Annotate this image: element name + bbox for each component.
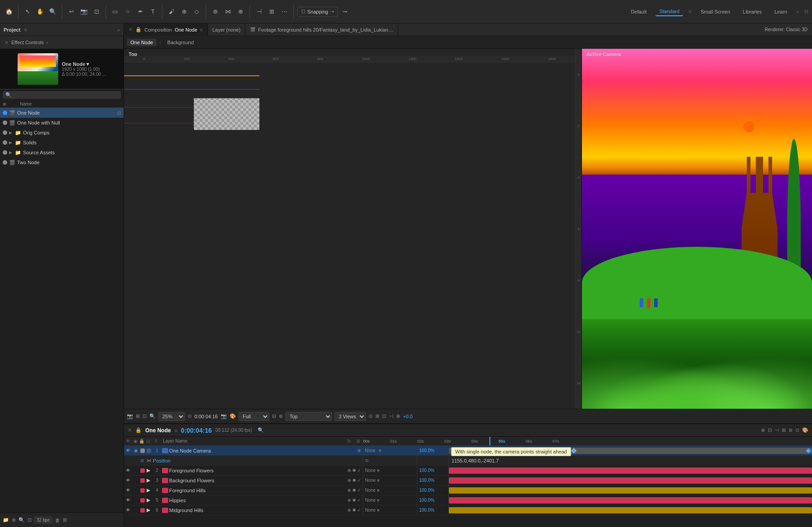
project-search[interactable]: 🔍 bbox=[3, 91, 121, 99]
project-menu-icon[interactable]: ≡ bbox=[24, 27, 27, 32]
layer-1-eye[interactable]: 👁 bbox=[126, 448, 133, 453]
dist-icon[interactable]: ⊞ bbox=[266, 6, 277, 17]
dependency-icon[interactable]: ⊞ bbox=[63, 517, 67, 523]
snapping-checkbox[interactable]: ☐ bbox=[301, 9, 305, 14]
layer-row-5[interactable]: 👁 ▶ 5 Hippies ⊕ ✱ ✓ None▼ 100.0% bbox=[124, 495, 812, 505]
pin-icon[interactable]: ⊕ bbox=[235, 6, 246, 17]
layer-row-2[interactable]: 👁 ▶ 2 Foreground Flowers ⊕ ✱ ✓ None ▼ bbox=[124, 466, 812, 476]
sub-tab-background[interactable]: Background bbox=[164, 39, 198, 46]
tl-tool7[interactable]: 🎨 bbox=[802, 427, 808, 433]
vbb-layout-icon[interactable]: ⊞ bbox=[375, 413, 379, 419]
camera-icon[interactable]: 📷 bbox=[78, 6, 89, 17]
snap-magnet-icon[interactable]: ⊸ bbox=[340, 6, 351, 17]
text-icon[interactable]: T bbox=[148, 6, 158, 17]
timeline-menu-icon[interactable]: ≡ bbox=[175, 428, 177, 433]
pen-icon[interactable]: ✒ bbox=[135, 6, 146, 17]
select-icon[interactable]: ↖ bbox=[22, 6, 33, 17]
new-comp-icon[interactable]: ⊕ bbox=[12, 517, 16, 523]
comp-tab-menu[interactable]: ≡ bbox=[200, 27, 203, 32]
item-icon[interactable]: ⊡ bbox=[28, 517, 32, 523]
spread-icon[interactable]: ⋯ bbox=[279, 6, 290, 17]
layer-4-icons[interactable]: ⊕ ✱ ✓ bbox=[347, 488, 361, 493]
view-layout-select[interactable]: Top Active Camera Front bbox=[286, 412, 332, 421]
effect-controls-tab[interactable]: ✕ Effect Controls › bbox=[0, 36, 124, 49]
project-item-one-node-null[interactable]: 🎬 One Node with Null bbox=[0, 118, 124, 128]
puppet2-icon[interactable]: ⋈ bbox=[222, 6, 233, 17]
timeline-close-icon[interactable]: ✕ bbox=[128, 427, 132, 433]
layer-6-dd[interactable]: ▼ bbox=[376, 508, 381, 513]
vbb-camera-icon[interactable]: 📷 bbox=[221, 413, 227, 419]
workspace-menu-icon[interactable]: ≡ bbox=[688, 9, 692, 15]
clone-icon[interactable]: ⊕ bbox=[179, 6, 189, 17]
puppet-icon[interactable]: ⊛ bbox=[210, 6, 221, 17]
brush-icon[interactable]: 🖌 bbox=[166, 6, 177, 17]
layer-4-eye[interactable]: 👁 bbox=[126, 488, 133, 493]
layer-tab[interactable]: Layer (none) bbox=[208, 23, 245, 36]
layer-1-parent-dropdown[interactable]: ▼ bbox=[378, 448, 383, 453]
views-select[interactable]: 2 Views 1 View 4 Views bbox=[335, 412, 366, 421]
vbb-snapshot-icon[interactable]: 📷 bbox=[127, 413, 133, 419]
tl-tool3[interactable]: ⊣ bbox=[775, 427, 779, 433]
workspace-default[interactable]: Default bbox=[627, 8, 651, 16]
home-icon[interactable]: 🏠 bbox=[4, 6, 14, 17]
layer-1-fx-icon[interactable]: ⊕ bbox=[357, 448, 361, 453]
project-item-one-node[interactable]: 🎬 One Node ⊡ bbox=[0, 108, 124, 118]
vbb-mask-icon[interactable]: ⊡ bbox=[143, 413, 147, 419]
undo-icon[interactable]: ↩ bbox=[66, 6, 77, 17]
layer-row-1[interactable]: 👁 ◉ 1 One Node Camera ⊕ bbox=[124, 446, 812, 456]
layer-2-icons[interactable]: ⊕ ✱ ✓ bbox=[347, 468, 361, 473]
vbb-timecode-icon[interactable]: ⊙ bbox=[188, 413, 192, 419]
layer-4-expand[interactable]: ▶ bbox=[147, 487, 152, 493]
comp-tab-close[interactable]: ✕ bbox=[129, 27, 133, 32]
layer-1-lock[interactable] bbox=[147, 448, 152, 453]
layer-row-6[interactable]: 👁 ▶ 6 Midground Hills ⊕ ✱ ✓ None▼ 100.0% bbox=[124, 505, 812, 515]
new-folder-icon[interactable]: 📁 bbox=[3, 517, 9, 523]
comp-tab-one-node[interactable]: ✕ 🔒 Composition One Node ≡ bbox=[124, 23, 208, 36]
layer-2-parent-dd[interactable]: ▼ bbox=[376, 468, 381, 473]
workspace-libraries[interactable]: Libraries bbox=[739, 8, 766, 16]
vbb-align-icon[interactable]: ⊣ bbox=[389, 413, 393, 419]
effect-tab-close[interactable]: ✕ bbox=[5, 40, 9, 46]
prop-stopwatch-icon[interactable]: ⊙ bbox=[140, 458, 144, 463]
vbb-alpha-icon[interactable]: ⊛ bbox=[279, 413, 283, 419]
sub-tab-one-node[interactable]: One Node bbox=[127, 39, 157, 46]
more-workspaces-icon[interactable]: » bbox=[796, 9, 799, 14]
resolution-select[interactable]: Full Half Quarter bbox=[239, 412, 269, 421]
layer-3-expand[interactable]: ▶ bbox=[147, 477, 152, 483]
hand-icon[interactable]: ✋ bbox=[35, 6, 46, 17]
rectangle-icon[interactable]: ▭ bbox=[110, 6, 120, 17]
eraser-icon[interactable]: ◇ bbox=[191, 6, 202, 17]
layer-3-dd[interactable]: ▼ bbox=[376, 478, 381, 483]
layer-2-expand[interactable]: ▶ bbox=[147, 467, 152, 473]
vbb-expand-icon[interactable]: ⊡ bbox=[382, 413, 386, 419]
timeline-timecode[interactable]: 0:00:04:16 bbox=[181, 427, 212, 434]
vbb-grid-icon[interactable]: ⊞ bbox=[136, 413, 140, 419]
tl-tool5[interactable]: ⊛ bbox=[789, 427, 793, 433]
layer-6-eye[interactable]: 👁 bbox=[126, 508, 133, 513]
layer-4-dd[interactable]: ▼ bbox=[376, 488, 381, 493]
timeline-search-icon[interactable]: 🔍 bbox=[258, 427, 264, 433]
footage-tab[interactable]: 🎬 Footage foreground hills 20/Fantasy_la… bbox=[245, 23, 398, 36]
snapping-control[interactable]: ☐ Snapping ⇢ bbox=[297, 7, 338, 17]
vbb-color-icon[interactable]: 🎨 bbox=[230, 413, 236, 419]
project-item-two-node[interactable]: 🎬 Two Node bbox=[0, 157, 124, 167]
project-panel-expand[interactable]: » bbox=[117, 27, 120, 32]
search-input[interactable] bbox=[14, 92, 118, 98]
vbb-cam-icon2[interactable]: ⊕ bbox=[396, 413, 400, 419]
layer-5-expand[interactable]: ▶ bbox=[147, 497, 152, 503]
layer-row-3[interactable]: 👁 ▶ 3 Background Flowers ⊕ ✱ ✓ None▼ 100… bbox=[124, 476, 812, 485]
workspace-standard[interactable]: Standard bbox=[655, 7, 683, 16]
workspace-learn[interactable]: Learn bbox=[771, 8, 791, 16]
layer-6-expand[interactable]: ▶ bbox=[147, 507, 152, 513]
tl-tool4[interactable]: ⊞ bbox=[782, 427, 786, 433]
layer-3-icons[interactable]: ⊕ ✱ ✓ bbox=[347, 478, 361, 483]
layer-row-4[interactable]: 👁 ▶ 4 Foreground Hills ⊕ ✱ ✓ None▼ 100.0… bbox=[124, 485, 812, 495]
region-icon[interactable]: ⊡ bbox=[91, 6, 102, 17]
tl-tool1[interactable]: ⊕ bbox=[761, 427, 765, 433]
find-icon[interactable]: 🔍 bbox=[18, 517, 25, 523]
zoom-icon[interactable]: 🔍 bbox=[47, 6, 58, 17]
workspace-small[interactable]: Small Screen bbox=[697, 8, 734, 16]
tl-tool2[interactable]: ⊡ bbox=[768, 427, 772, 433]
layer-3-eye[interactable]: 👁 bbox=[126, 478, 133, 483]
layer-6-icons[interactable]: ⊕ ✱ ✓ bbox=[347, 508, 361, 513]
